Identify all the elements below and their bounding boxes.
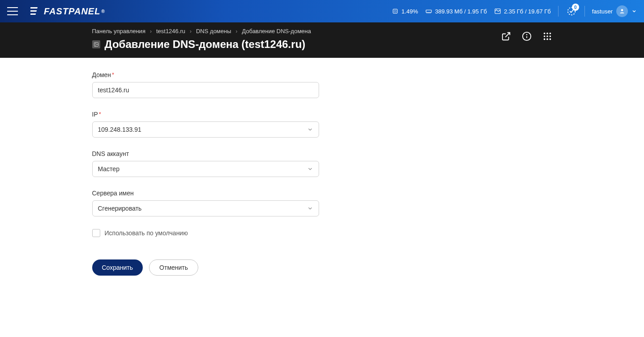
svg-rect-2 — [30, 13, 36, 15]
brand-name: FASTPANEL — [44, 6, 100, 17]
top-bar: FASTPANEL ® 1.49% 389.93 Мб / 1.95 Гб 2.… — [0, 0, 644, 22]
apps-grid-icon[interactable] — [542, 31, 552, 41]
chevron-down-icon — [307, 205, 313, 212]
domain-label: Домен* — [92, 71, 552, 78]
svg-point-14 — [95, 43, 96, 44]
breadcrumb-item-domain[interactable]: test1246.ru — [156, 28, 185, 35]
chevron-right-icon: › — [190, 28, 192, 35]
chevron-right-icon: › — [150, 28, 152, 35]
svg-point-24 — [543, 39, 545, 40]
divider — [584, 6, 585, 17]
breadcrumb-item-dns[interactable]: DNS домены — [196, 28, 231, 35]
disk-value: 2.35 Гб / 19.67 Гб — [504, 8, 551, 15]
dns-account-value: Мастер — [98, 165, 119, 173]
dns-account-field: DNS аккаунт Мастер — [92, 150, 552, 177]
user-menu[interactable]: fastuser — [592, 5, 637, 17]
ip-field: IP* 109.248.133.91 — [92, 111, 552, 138]
cpu-value: 1.49% — [401, 8, 418, 15]
dns-account-label: DNS аккаунт — [92, 150, 552, 157]
ns-value: Сгенерировать — [98, 205, 142, 212]
default-checkbox[interactable] — [92, 229, 100, 237]
form-buttons: Сохранить Отменить — [92, 259, 552, 276]
username: fastuser — [592, 8, 613, 15]
chevron-down-icon — [307, 166, 313, 172]
image-icon — [92, 40, 100, 48]
domain-field: Домен* — [92, 71, 552, 98]
ns-select[interactable]: Сгенерировать — [92, 200, 319, 216]
external-link-icon[interactable] — [501, 31, 511, 41]
breadcrumb: Панель управления › test1246.ru › DNS до… — [92, 28, 311, 35]
svg-point-18 — [543, 33, 545, 35]
svg-rect-1 — [30, 10, 37, 12]
ns-label: Сервера имен — [92, 190, 552, 197]
dns-account-select[interactable]: Мастер — [92, 161, 319, 177]
ip-label: IP* — [92, 111, 552, 118]
brand-logo[interactable]: FASTPANEL ® — [30, 6, 105, 17]
chevron-down-icon — [307, 126, 313, 133]
header-actions — [501, 31, 552, 41]
default-checkbox-row: Использовать по умолчанию — [92, 229, 552, 237]
divider — [558, 6, 559, 17]
notifications-button[interactable]: 0 — [566, 5, 577, 17]
breadcrumb-item-home[interactable]: Панель управления — [92, 28, 145, 35]
ip-select[interactable]: 109.248.133.91 — [92, 121, 319, 138]
form-container: Домен* IP* 109.248.133.91 DNS аккаунт Ма… — [31, 58, 613, 289]
memory-stat[interactable]: 389.93 Мб / 1.95 Гб — [425, 8, 487, 15]
svg-point-23 — [549, 35, 551, 37]
cancel-button[interactable]: Отменить — [149, 259, 198, 276]
svg-point-19 — [546, 33, 548, 35]
logo-icon — [30, 7, 41, 15]
breadcrumb-item-current: Добавление DNS-домена — [242, 28, 311, 35]
svg-rect-3 — [393, 9, 397, 13]
sub-header: Панель управления › test1246.ru › DNS до… — [0, 22, 644, 58]
svg-point-26 — [549, 39, 551, 40]
svg-rect-5 — [426, 10, 431, 12]
svg-point-22 — [546, 35, 548, 37]
topbar-right: 1.49% 389.93 Мб / 1.95 Гб 2.35 Гб / 19.6… — [392, 5, 637, 17]
page-title: Добавление DNS-домена (test1246.ru) — [92, 38, 311, 51]
svg-point-17 — [526, 35, 527, 35]
save-button[interactable]: Сохранить — [92, 259, 143, 276]
nameservers-field: Сервера имен Сгенерировать — [92, 190, 552, 216]
svg-rect-0 — [30, 7, 38, 9]
memory-icon — [425, 8, 432, 15]
disk-stat[interactable]: 2.35 Гб / 19.67 Гб — [494, 8, 551, 15]
menu-toggle-button[interactable] — [7, 5, 20, 17]
svg-point-25 — [546, 39, 548, 40]
svg-point-21 — [543, 35, 545, 37]
domain-input[interactable] — [92, 82, 319, 98]
cpu-icon — [392, 8, 399, 15]
chevron-down-icon — [631, 9, 637, 14]
info-icon[interactable] — [522, 31, 532, 41]
ip-select-value: 109.248.133.91 — [98, 126, 141, 133]
notif-count: 0 — [572, 4, 579, 11]
chevron-right-icon: › — [236, 28, 238, 35]
default-checkbox-label: Использовать по умолчанию — [105, 229, 188, 237]
svg-rect-4 — [394, 10, 396, 12]
cpu-stat[interactable]: 1.49% — [392, 8, 418, 15]
avatar-icon — [616, 5, 628, 17]
page-title-text: Добавление DNS-домена (test1246.ru) — [105, 38, 306, 51]
disk-icon — [494, 8, 501, 15]
svg-point-20 — [549, 33, 551, 35]
svg-point-12 — [621, 9, 623, 11]
memory-value: 389.93 Мб / 1.95 Гб — [435, 8, 487, 15]
